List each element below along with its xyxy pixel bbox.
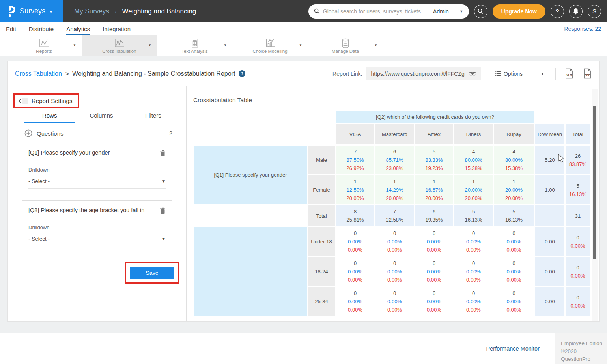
data-cell: 00.00%0.00%	[336, 287, 374, 316]
chevron-down-icon[interactable]: ▼	[299, 43, 302, 47]
chevron-down-icon[interactable]: ▼	[374, 43, 377, 47]
row-mean-cell: 0.00	[535, 287, 564, 316]
search-submit-button[interactable]	[474, 5, 487, 18]
svg-text:PDF: PDF	[585, 74, 590, 77]
tool-text-analysis-label: Text Analysis	[157, 49, 232, 54]
report-settings-toggle[interactable]: Report Settings	[13, 93, 79, 108]
drilldown-label: Drilldown	[28, 224, 166, 230]
nav-distribute[interactable]: Distribute	[29, 22, 54, 35]
tab-rows[interactable]: Rows	[24, 112, 75, 123]
data-cell: 722.58%	[375, 205, 414, 226]
row-total-cell: 2683.87%	[566, 146, 590, 174]
nav-edit-label: Edit	[6, 26, 16, 32]
row-mean-cell: 0.00	[535, 227, 564, 256]
tool-text-analysis[interactable]: Text Analysis ▼	[157, 35, 232, 56]
tool-manage-data[interactable]: Manage Data ▼	[308, 35, 383, 56]
search-input[interactable]	[323, 8, 433, 15]
chevron-down-icon: ▼	[162, 179, 166, 183]
breadcrumb-current-survey: Weighting and Balancing	[122, 7, 196, 15]
settings-tabs: Rows Columns Filters	[24, 112, 179, 123]
question-card-q1: [Q1] Please specify your gender Drilldow…	[22, 143, 172, 194]
drilldown-label: Drilldown	[28, 167, 166, 173]
performance-monitor-link[interactable]: Performance Monitor	[486, 345, 540, 352]
bell-icon	[573, 8, 579, 15]
search-icon	[478, 8, 484, 14]
options-dropdown[interactable]: Options ▼	[495, 71, 544, 77]
row-header: Under 18	[308, 227, 335, 256]
search-scope-dropdown[interactable]: ▼	[454, 9, 469, 13]
report-header: Cross Tabulation > Weighting and Balanci…	[8, 61, 599, 86]
data-cell: 00.00%0.00%	[336, 257, 374, 286]
nav-analytics-label: Analytics	[66, 26, 90, 32]
export-xls-button[interactable]: XLS	[564, 68, 574, 79]
data-cell: 116.67%20.00%	[415, 175, 453, 204]
chevron-down-icon[interactable]: ▼	[224, 43, 227, 47]
add-question-icon[interactable]	[24, 129, 32, 137]
avatar-initial: S	[592, 8, 596, 15]
export-pdf-button[interactable]: PDF	[583, 68, 592, 79]
nav-integration[interactable]: Integration	[103, 22, 131, 35]
report-link-url[interactable]: https://www.questionpro.com/t/lFFCZg	[371, 71, 465, 77]
vertical-scrollbar-thumb[interactable]	[593, 106, 596, 259]
data-cell: 00.00%0.00%	[415, 227, 453, 256]
nav-edit[interactable]: Edit	[6, 22, 16, 35]
chevron-down-icon[interactable]: ▼	[148, 43, 151, 47]
surveys-product-menu[interactable]: Surveys ▼	[0, 0, 63, 22]
line-chart-icon	[114, 38, 125, 48]
row-total-cell: 00.00%	[566, 227, 590, 256]
tool-cross-tabulation[interactable]: Cross-Tabulation ▼	[82, 35, 157, 56]
data-cell: 120.00%20.00%	[454, 175, 493, 204]
database-icon	[341, 38, 350, 49]
nav-distribute-label: Distribute	[29, 26, 54, 32]
crosstab-table: [Q2] which of the following credit cards…	[193, 110, 591, 317]
chevron-down-icon[interactable]: ▼	[73, 43, 76, 47]
link-icon[interactable]	[469, 71, 476, 76]
column-header-amex: Amex	[415, 124, 453, 144]
help-button[interactable]: ?	[551, 5, 564, 18]
report-link-box[interactable]: https://www.questionpro.com/t/lFFCZg	[366, 67, 481, 80]
delete-question-button[interactable]	[160, 150, 166, 158]
tab-columns-label: Columns	[90, 112, 113, 119]
bar-line-chart-icon	[265, 38, 276, 48]
report-content-panel: Cross Tabulation > Weighting and Balanci…	[7, 61, 600, 322]
page-footer: Performance Monitor Employee Edition ©20…	[0, 333, 607, 364]
drilldown-select[interactable]: - Select - ▼	[28, 236, 166, 246]
data-cell: 516.13%	[454, 205, 493, 226]
tab-columns[interactable]: Columns	[75, 112, 127, 123]
breadcrumb-separator: >	[65, 71, 69, 77]
document-icon	[191, 38, 199, 48]
upgrade-now-button[interactable]: Upgrade Now	[493, 4, 545, 19]
global-search[interactable]: Admin ▼	[308, 4, 469, 19]
data-cell: 00.00%0.00%	[375, 227, 414, 256]
avatar[interactable]: S	[588, 5, 601, 18]
collapse-panel-icon	[19, 98, 28, 104]
report-help-icon[interactable]: ?	[239, 70, 245, 77]
analytics-toolbar: Reports ▼ Cross-Tabulation ▼ Text Analys…	[0, 35, 607, 56]
delete-question-button[interactable]	[160, 207, 166, 216]
vertical-scrollbar-track[interactable]	[592, 89, 598, 321]
upgrade-label: Upgrade Now	[501, 8, 537, 15]
responses-count[interactable]: Responses: 22	[564, 22, 601, 35]
save-button[interactable]: Save	[130, 267, 174, 279]
chevron-down-icon: ▼	[49, 10, 53, 14]
report-settings-label: Report Settings	[32, 97, 72, 104]
help-label: ?	[555, 8, 559, 15]
edition-line1: Employee Edition	[561, 340, 607, 347]
nav-analytics[interactable]: Analytics	[66, 22, 90, 35]
tool-reports[interactable]: Reports ▼	[6, 35, 82, 56]
row-header: 25-34	[308, 287, 335, 316]
data-cell: 112.50%20.00%	[336, 175, 374, 204]
tab-filters[interactable]: Filters	[127, 112, 179, 123]
breadcrumb-my-surveys[interactable]: My Surveys	[74, 7, 109, 15]
data-cell: 480.00%15.38%	[454, 146, 493, 174]
tab-rows-label: Rows	[42, 112, 57, 119]
row-total-cell: 31	[566, 205, 590, 226]
data-cell: 619.35%	[415, 205, 453, 226]
questions-header-row: Questions 2	[8, 123, 186, 142]
divider	[555, 68, 556, 80]
questions-count: 2	[169, 130, 172, 136]
notifications-button[interactable]	[569, 5, 583, 18]
tool-choice-modelling[interactable]: Choice Modelling ▼	[232, 35, 308, 56]
cross-tabulation-breadcrumb-link[interactable]: Cross Tabulation	[15, 70, 62, 77]
drilldown-select[interactable]: - Select - ▼	[28, 178, 166, 189]
